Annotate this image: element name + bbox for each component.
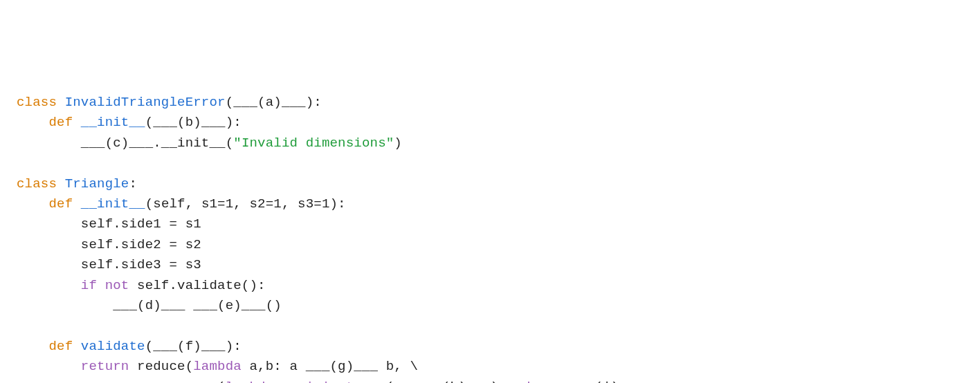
- statement: self.side2 = s2: [81, 237, 201, 252]
- v-gt: v > ___(i)___,: [538, 380, 651, 383]
- call-map: map(: [193, 380, 225, 383]
- keyword-def: def: [48, 115, 80, 130]
- lambda-body: a,b: a ___(g)___ b, \: [249, 359, 418, 374]
- line-9: self.side3 = s3: [17, 257, 201, 272]
- after-isinstance: (v, ___(h)___): [386, 380, 507, 383]
- indent: [17, 136, 81, 151]
- indent: [17, 278, 81, 293]
- call: __init__: [161, 136, 226, 151]
- line-8: self.side2 = s2: [17, 237, 201, 252]
- statement: self.side1 = s1: [81, 216, 201, 232]
- keyword-class: class: [17, 176, 65, 192]
- line-tail: (___(b)___):: [145, 115, 242, 130]
- class-name: InvalidTriangleError: [65, 95, 226, 110]
- indent: [17, 298, 113, 313]
- indent: [17, 339, 48, 354]
- lambda-v: v:: [282, 380, 306, 383]
- indent: [17, 257, 81, 272]
- indent: [17, 196, 48, 212]
- expr: self.validate():: [137, 278, 266, 293]
- keyword-def: def: [48, 339, 80, 354]
- call-reduce: reduce(: [137, 359, 193, 374]
- line-tail: (___(a)___):: [226, 95, 322, 110]
- method-name: validate: [81, 339, 145, 354]
- indent: [17, 237, 81, 252]
- line-2: def __init__(___(b)___):: [17, 115, 242, 130]
- line-3: ___(c)___.__init__("Invalid dimensions"): [17, 136, 402, 151]
- keyword-and: and: [507, 380, 538, 383]
- statement: ___(d)___ ___(e)___(): [113, 298, 282, 313]
- method-name: __init__: [81, 196, 145, 212]
- statement: self.side3 = s3: [81, 257, 201, 272]
- pre: ___(c)___.: [81, 136, 161, 151]
- indent: [17, 380, 193, 383]
- params: (___(f)___):: [145, 339, 242, 354]
- line-11: ___(d)___ ___(e)___(): [17, 298, 282, 313]
- keyword-isinstance: isinstance: [306, 380, 386, 383]
- keyword-return: return: [81, 359, 137, 374]
- indent: [17, 359, 81, 374]
- string-literal: "Invalid dimensions": [233, 136, 394, 151]
- line-15: map(lambda v: isinstance(v, ___(h)___) a…: [17, 380, 651, 383]
- line-13: def validate(___(f)___):: [17, 339, 242, 354]
- paren: (: [226, 136, 234, 151]
- keyword-lambda: lambda: [193, 359, 249, 374]
- line-1: class InvalidTriangleError(___(a)___):: [17, 95, 322, 110]
- line-tail: :: [129, 176, 137, 192]
- line-5: class Triangle:: [17, 176, 137, 192]
- code-block: class InvalidTriangleError(___(a)___): d…: [17, 93, 963, 383]
- params: (self, s1=1, s2=1, s3=1):: [145, 196, 346, 212]
- keyword-class: class: [17, 95, 65, 110]
- keyword-def: def: [48, 196, 80, 212]
- indent: [17, 115, 48, 130]
- line-6: def __init__(self, s1=1, s2=1, s3=1):: [17, 196, 346, 212]
- method-name: __init__: [81, 115, 145, 130]
- line-14: return reduce(lambda a,b: a ___(g)___ b,…: [17, 359, 418, 374]
- class-name: Triangle: [65, 176, 129, 192]
- keyword-lambda: lambda: [226, 380, 282, 383]
- line-7: self.side1 = s1: [17, 216, 201, 232]
- paren: ): [394, 136, 402, 151]
- indent: [17, 216, 81, 232]
- keyword-if-not: if not: [81, 278, 137, 293]
- line-10: if not self.validate():: [17, 278, 266, 293]
